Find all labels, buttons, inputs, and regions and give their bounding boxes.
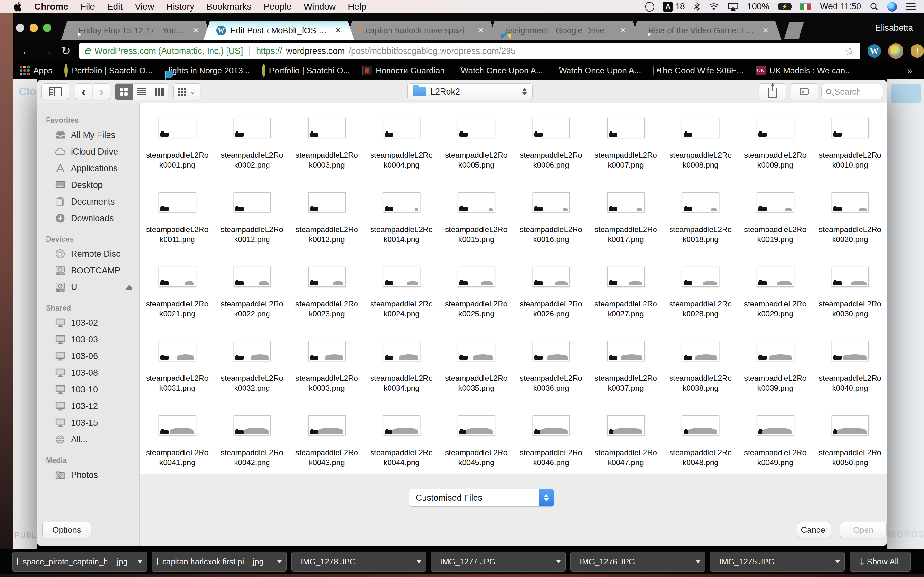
file-item[interactable]: steampaddleL2Rok0047.png	[588, 416, 663, 474]
file-item[interactable]: steampaddleL2Rok0043.png	[289, 416, 364, 474]
menu-file[interactable]: File	[74, 2, 101, 12]
download-menu-caret[interactable]	[417, 560, 421, 563]
globe-extension-icon[interactable]	[889, 45, 902, 57]
bookmark-item[interactable]: Watch Once Upon A...	[457, 66, 543, 76]
menu-app-name[interactable]: Chrome	[28, 2, 74, 12]
file-item[interactable]: steampaddleL2Rok0023.png	[289, 267, 364, 341]
downloaded-file-button[interactable]: IMG_1277.JPG	[431, 552, 565, 572]
list-view-button[interactable]	[133, 84, 150, 100]
tab-close-icon[interactable]: ✕	[335, 26, 341, 35]
italian-flag-icon[interactable]	[800, 3, 811, 10]
file-item[interactable]: steampaddleL2Rok0026.png	[514, 267, 588, 341]
sidebar-item-103-10[interactable]: 103-10	[37, 381, 139, 398]
file-item[interactable]: steampaddleL2Rok0011.png	[140, 192, 215, 267]
bookmark-star-icon[interactable]: ☆	[845, 45, 855, 57]
sidebar-item-103-12[interactable]: 103-12	[37, 398, 139, 414]
download-menu-caret[interactable]	[696, 560, 700, 563]
sidebar-item-downloads[interactable]: Downloads	[37, 210, 139, 227]
forward-button[interactable]: ›	[93, 83, 110, 100]
file-item[interactable]: steampaddleL2Rok0028.png	[663, 267, 738, 341]
cancel-button[interactable]: Cancel	[797, 522, 831, 538]
browser-tab[interactable]: capitan harlock nave spazi ✕	[346, 21, 497, 40]
sidebar-item-remote-disc[interactable]: Remote Disc	[37, 245, 139, 262]
format-select[interactable]: Customised Files	[409, 489, 554, 507]
file-item[interactable]: steampaddleL2Rok0045.png	[439, 416, 514, 474]
file-item[interactable]: steampaddleL2Rok0002.png	[215, 118, 289, 192]
airplay-icon[interactable]	[728, 3, 738, 11]
wifi-icon[interactable]	[709, 3, 719, 11]
omnibox[interactable]: WordPress.com (Automattic, Inc.) [US] ht…	[79, 43, 861, 59]
file-item[interactable]: steampaddleL2Rok0004.png	[364, 118, 439, 192]
bookmarks-overflow-chevron[interactable]: »	[907, 65, 913, 76]
arrange-button[interactable]: ⌄	[173, 83, 200, 100]
toggle-sidebar-button[interactable]	[41, 83, 69, 100]
bookmark-item[interactable]: lights in Norge 2013...	[165, 66, 250, 76]
file-item[interactable]: steampaddleL2Rok0046.png	[514, 416, 588, 474]
file-item[interactable]: steampaddleL2Rok0020.png	[813, 192, 887, 267]
security-label[interactable]: WordPress.com (Automattic, Inc.) [US]	[94, 46, 243, 56]
file-item[interactable]: steampaddleL2Rok0027.png	[588, 267, 663, 341]
apple-menu-icon[interactable]	[8, 2, 28, 11]
sidebar-item-photos[interactable]: Photos	[37, 467, 139, 484]
sidebar-item-103-03[interactable]: 103-03	[37, 331, 139, 348]
browser-tab[interactable]: Friday Flop 15 12 17 - YouTube ✕	[61, 21, 212, 40]
tab-close-icon[interactable]: ✕	[477, 26, 484, 35]
menubar-clock[interactable]: Wed 11:50	[820, 2, 861, 11]
downloaded-file-button[interactable]: IMG_1278.JPG	[291, 552, 426, 572]
zoom-window-button[interactable]	[43, 24, 51, 32]
tags-button[interactable]	[791, 83, 819, 100]
column-view-button[interactable]	[150, 84, 168, 100]
file-item[interactable]: steampaddleL2Rok0048.png	[663, 416, 738, 474]
file-item[interactable]: steampaddleL2Rok0007.png	[588, 118, 663, 192]
file-item[interactable]: steampaddleL2Rok0034.png	[364, 341, 439, 416]
file-item[interactable]: steampaddleL2Rok0049.png	[738, 416, 813, 474]
close-window-button[interactable]	[16, 24, 24, 32]
eject-icon[interactable]	[126, 285, 132, 290]
download-menu-caret[interactable]	[556, 560, 561, 563]
sidebar-item-103-08[interactable]: 103-08	[37, 364, 139, 381]
file-item[interactable]: steampaddleL2Rok0039.png	[738, 341, 813, 416]
wordpress-extension-icon[interactable]: W	[867, 44, 881, 58]
downloaded-file-button[interactable]: capitan harlcxok first pi....jpg	[152, 552, 286, 572]
file-item[interactable]: steampaddleL2Rok0001.png	[140, 118, 215, 192]
file-item[interactable]: steampaddleL2Rok0044.png	[364, 416, 439, 474]
menu-bookmarks[interactable]: Bookmarks	[200, 2, 257, 12]
file-item[interactable]: steampaddleL2Rok0030.png	[813, 267, 887, 341]
bookmark-item[interactable]: Apps	[20, 66, 52, 76]
browser-tab[interactable]: W Edit Post ‹ MoBblt_fOS CGA – ✕	[204, 21, 354, 40]
menu-history[interactable]: History	[160, 2, 200, 12]
file-item[interactable]: steampaddleL2Rok0014.png	[364, 192, 439, 267]
file-item[interactable]: steampaddleL2Rok0035.png	[439, 341, 514, 416]
open-button[interactable]: Open	[840, 522, 887, 538]
file-item[interactable]: steampaddleL2Rok0022.png	[215, 267, 289, 341]
file-item[interactable]: steampaddleL2Rok0006.png	[514, 118, 588, 192]
file-item[interactable]: steampaddleL2Rok0036.png	[514, 341, 588, 416]
browser-tab[interactable]: assignment - Google Drive ✕	[488, 21, 639, 40]
notification-center-icon[interactable]	[906, 3, 916, 10]
spotlight-icon[interactable]	[870, 3, 879, 11]
bookmark-item[interactable]: Новости Guardian	[362, 66, 445, 76]
bookmark-item[interactable]: UKUK Models : We can...	[756, 66, 852, 76]
sidebar-item-u[interactable]: U	[37, 279, 139, 295]
menu-view[interactable]: View	[129, 2, 160, 12]
menu-window[interactable]: Window	[298, 2, 342, 12]
file-item[interactable]: steampaddleL2Rok0032.png	[215, 341, 289, 416]
bookmark-item[interactable]: Watch Once Upon A...	[555, 66, 641, 76]
bookmark-item[interactable]: The Good Wife S06E...	[653, 66, 743, 76]
download-menu-caret[interactable]	[835, 560, 840, 563]
file-item[interactable]: steampaddleL2Rok0005.png	[439, 118, 514, 192]
browser-tab[interactable]: Rise of the Video Game: Leve ✕	[631, 21, 782, 40]
file-item[interactable]: steampaddleL2Rok0031.png	[140, 341, 215, 416]
file-item[interactable]: steampaddleL2Rok0037.png	[588, 341, 663, 416]
new-tab-button[interactable]	[784, 22, 804, 39]
menu-help[interactable]: Help	[342, 2, 373, 12]
file-item[interactable]: steampaddleL2Rok0019.png	[738, 192, 813, 267]
file-item[interactable]: steampaddleL2Rok0008.png	[663, 118, 738, 192]
file-item[interactable]: steampaddleL2Rok0017.png	[588, 192, 663, 267]
back-icon[interactable]: ←	[21, 44, 33, 58]
sidebar-item-all-my-files[interactable]: All My Files	[37, 127, 139, 143]
reload-icon[interactable]: ↻	[61, 44, 71, 58]
file-item[interactable]: steampaddleL2Rok0024.png	[364, 267, 439, 341]
profile-name[interactable]: Elisabetta	[875, 23, 913, 33]
bookmark-item[interactable]: Portfolio | Saatchi O...	[262, 66, 350, 76]
